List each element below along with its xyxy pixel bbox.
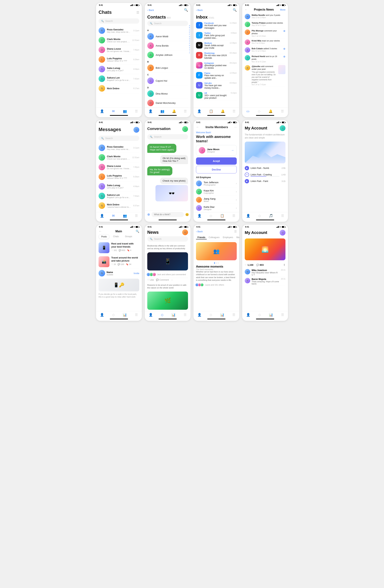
chat-item[interactable]: R Roza Ganzalez Hey man, drop some new s… bbox=[99, 26, 139, 35]
message-item[interactable]: N Nick Dobre I wanna have a dinner tomor… bbox=[99, 201, 139, 210]
nav-tag-icon[interactable]: ◇ bbox=[258, 109, 260, 113]
nav-activity-icon[interactable]: 📊 bbox=[220, 313, 224, 317]
chat-item[interactable]: C Clark Monte Check our new project, rig… bbox=[99, 35, 139, 45]
contacts-search[interactable]: 🔍 Search bbox=[147, 21, 188, 26]
inbox-item[interactable]: F Figma Pass new survey on update and...… bbox=[196, 71, 237, 81]
nav-bell-icon[interactable]: 🔔 bbox=[172, 109, 176, 113]
messages-search[interactable]: 🔍 Search bbox=[99, 136, 139, 141]
news-search[interactable]: 🔍 Search bbox=[147, 236, 188, 242]
invite-link[interactable]: Invite bbox=[134, 272, 139, 275]
message-item[interactable]: S Saka Lunag Let's play in 5 pm? 4:04pm bbox=[99, 182, 139, 191]
more-button[interactable]: ☰ bbox=[234, 230, 237, 233]
share-button[interactable]: ⬆ bbox=[283, 263, 285, 267]
nav-profile-icon[interactable]: 👤 bbox=[100, 214, 104, 218]
chat-item[interactable]: S Saka Lunag Let's play in 5 pm? 4:04pm bbox=[99, 64, 139, 74]
nav-tag-icon[interactable]: ◇ bbox=[258, 313, 261, 317]
nav-menu-icon[interactable]: ☰ bbox=[184, 313, 187, 317]
message-item[interactable]: C Clark Monte Check our new project, rig… bbox=[99, 153, 139, 162]
nav-tag-icon[interactable]: ◇ bbox=[210, 313, 212, 317]
message-item[interactable]: S Sakura Lun Arigatol! Let's go for a wa… bbox=[99, 191, 139, 201]
inbox-item[interactable]: U UpLabs You have got new money invoice.… bbox=[196, 81, 237, 91]
search-button[interactable]: 🔍 bbox=[233, 8, 237, 12]
post-card[interactable]: 📱 Rest and travel with your best friends… bbox=[99, 241, 139, 255]
music-item[interactable]: ▶ Linkin Park - Numb 2:55 bbox=[245, 165, 285, 171]
nav-profile-icon[interactable]: 👤 bbox=[149, 109, 152, 113]
contact-item[interactable]: A Aaron Moldi bbox=[147, 32, 188, 41]
emoji-icon[interactable]: 😊 bbox=[185, 213, 189, 216]
nav-menu-icon[interactable]: ☰ bbox=[135, 313, 138, 317]
add-icon[interactable]: ⊕ bbox=[147, 212, 150, 216]
nav-menu-icon[interactable]: ☰ bbox=[135, 109, 138, 113]
chat-item[interactable]: L Lulu Poppins Helooo! Wher R U ??? 9:29… bbox=[99, 55, 139, 64]
comment-button[interactable]: 💬 Comment bbox=[156, 279, 169, 281]
music-item[interactable]: ▶ Linkin Park - Faint 3:15 bbox=[245, 178, 285, 185]
nav-profile-icon[interactable]: 👤 bbox=[100, 109, 104, 113]
notification-item[interactable]: B Bob Cobain added 3 stories Nov 14 at 5… bbox=[245, 46, 285, 54]
nav-chat-icon[interactable]: ✉ bbox=[112, 214, 115, 218]
inbox-item[interactable]: M Medium Sarah Jolida accept your invite… bbox=[196, 41, 237, 51]
nav-members-icon[interactable]: 📋 bbox=[220, 214, 224, 218]
contact-item[interactable]: A Anna Borido bbox=[147, 41, 188, 50]
pause-button[interactable]: ⏸ bbox=[245, 172, 249, 177]
nav-contacts-icon[interactable]: 👥 bbox=[123, 214, 127, 218]
back-button[interactable]: ‹ Back bbox=[196, 9, 203, 11]
invite-card[interactable]: J Jane Moon Designer → bbox=[196, 145, 237, 156]
more-button[interactable]: ··· bbox=[171, 279, 173, 281]
accept-button[interactable]: Acept bbox=[196, 157, 237, 165]
plus-icon[interactable]: ⊕ bbox=[283, 55, 285, 58]
nav-chat-icon[interactable]: ✉ bbox=[112, 109, 115, 113]
tab-manage[interactable]: Manage bbox=[235, 236, 239, 239]
nav-menu-icon[interactable]: ☰ bbox=[184, 109, 187, 113]
music-item[interactable]: ⏸ Linkin Park - Crawling -1:43 bbox=[245, 171, 285, 178]
nav-menu-icon[interactable]: ☰ bbox=[281, 214, 284, 218]
chat-item[interactable]: S Sakura Lun Arigatol! Let's go for a wa… bbox=[99, 74, 139, 84]
nav-tag-icon[interactable]: ◇ bbox=[258, 214, 261, 218]
nav-menu-icon[interactable]: ☰ bbox=[135, 214, 138, 218]
nav-activity-icon[interactable]: 📊 bbox=[269, 313, 273, 317]
nav-menu-icon[interactable]: ☰ bbox=[232, 214, 235, 218]
contact-item[interactable]: D Daniel Morchevsky bbox=[147, 98, 188, 108]
notification-item[interactable]: K Kristi Mila react on your stories Nov … bbox=[245, 38, 285, 46]
nav-profile-icon[interactable]: 👤 bbox=[197, 109, 201, 113]
message-item[interactable]: L Lulu Poppins Helooo! Wher R U ??? 9:29… bbox=[99, 172, 139, 182]
nav-profile-icon[interactable]: 👤 bbox=[246, 214, 250, 218]
tab-groups[interactable]: Groups bbox=[122, 234, 134, 239]
comment-item[interactable]: M Mika Juwelson Hey! Beautiful view! Whe… bbox=[245, 268, 285, 277]
nav-music-icon[interactable]: 🎵 bbox=[269, 214, 273, 218]
like-action[interactable]: ♡ 161 bbox=[111, 249, 117, 252]
conversation-search[interactable]: 🔍 Search bbox=[147, 134, 188, 139]
contact-item[interactable]: C Cayoni Hul bbox=[147, 76, 188, 85]
back-button[interactable]: ‹ Back bbox=[196, 230, 203, 233]
message-input[interactable] bbox=[151, 212, 184, 217]
nav-profile-icon[interactable]: 👤 bbox=[149, 313, 153, 317]
contact-item[interactable]: B Bob Lovguc bbox=[147, 63, 188, 73]
menu-icon[interactable]: ☰ bbox=[136, 11, 139, 15]
search-button[interactable]: 🔍 bbox=[184, 8, 188, 12]
comment-action[interactable]: 💬 803 bbox=[119, 249, 125, 252]
tab-friends[interactable]: Friends bbox=[196, 236, 207, 239]
employee-item[interactable]: K Kaya Kim Copyrigther › bbox=[196, 188, 237, 196]
inbox-item[interactable]: R Readymag Do not miss new UI/UX tutoria… bbox=[196, 51, 237, 61]
nav-menu-icon[interactable]: ☰ bbox=[233, 109, 235, 113]
tab-employers[interactable]: Employers bbox=[221, 236, 235, 239]
decline-button[interactable]: Decline bbox=[196, 166, 237, 173]
chats-search[interactable]: 🔍 Search bbox=[99, 18, 139, 24]
inbox-item[interactable]: U U8 161+ users just bought your product… bbox=[196, 91, 237, 101]
nav-tag-icon[interactable]: ◇ bbox=[210, 214, 212, 218]
tab-chats[interactable]: Chats bbox=[110, 234, 121, 239]
inbox-item[interactable]: ◎ Instagram @koolinjar posted new 11 sto… bbox=[196, 61, 237, 71]
nav-profile-icon[interactable]: 👤 bbox=[246, 313, 250, 317]
message-item[interactable]: R Roza Ganzalez Hey man, drop some new s… bbox=[99, 143, 139, 153]
nav-profile-icon[interactable]: 👤 bbox=[197, 313, 201, 317]
nav-bell-icon[interactable]: 🔔 bbox=[269, 109, 273, 113]
tab-posts[interactable]: Posts bbox=[99, 234, 109, 239]
chat-item[interactable]: D Diana Louse Do not ignore me. I know a… bbox=[99, 45, 139, 55]
comment-action[interactable]: 💬 160 bbox=[118, 263, 124, 266]
employee-item[interactable]: T Tom Jefferson Photographer › bbox=[196, 179, 237, 188]
like-button[interactable]: ♡ Like bbox=[147, 279, 154, 281]
inbox-item[interactable]: t Twitter Faint John group just posted n… bbox=[196, 31, 237, 41]
bookmark-action[interactable]: 🔖 4 bbox=[127, 249, 131, 252]
nav-inbox-icon[interactable]: 📋 bbox=[209, 109, 213, 113]
play-button[interactable]: ▶ bbox=[245, 179, 249, 183]
nav-card-icon[interactable]: ▭ bbox=[246, 109, 250, 113]
